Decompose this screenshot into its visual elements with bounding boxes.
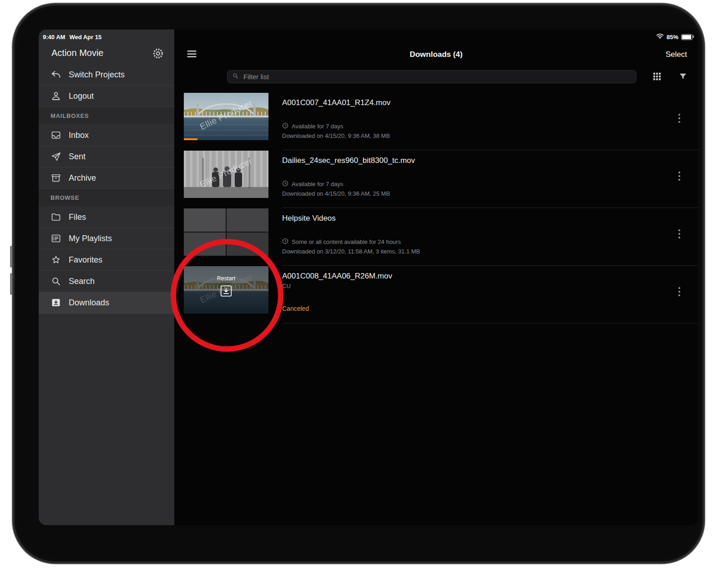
filter-input[interactable] [243,72,617,81]
download-details: Downloaded on 3/12/20, 11:58 AM, 3 items… [282,248,420,255]
grid-tile [184,233,226,256]
download-details: Downloaded on 4/15/20, 9:36 AM, 38 MB [282,132,390,139]
search-icon [51,276,61,287]
app-screen: 9:40 AM Wed Apr 15 85% Action Movie [39,30,698,525]
download-row[interactable]: Ellie Producer Restart A001C008_41AA06_R… [174,266,698,324]
grid-tile [227,233,268,256]
download-subtitle: CU [282,283,291,289]
grid-tile [184,208,226,232]
sidebar-item-favorites[interactable]: Favorites [39,249,174,271]
battery-percent: 85% [667,34,678,40]
more-options-button[interactable] [676,169,682,185]
sidebar-item-my-playlists[interactable]: My Playlists [39,228,174,249]
status-date: Wed Apr 15 [69,34,101,40]
availability-text: Some or all content available for 24 hou… [292,238,401,245]
page-title: Downloads (4) [174,50,698,59]
sidebar-item-switch-projects[interactable]: Switch Projects [39,64,174,86]
more-options-button[interactable] [676,111,682,127]
restart-download-icon[interactable] [220,285,233,299]
project-title: Action Movie [51,48,104,58]
restart-label: Restart [184,275,268,282]
download-title: A001C008_41AA06_R26M.mov [282,272,392,281]
sidebar-item-label: Files [69,213,86,222]
filter-search-icon [232,72,239,81]
sidebar-section-browse: BROWSE [39,189,174,207]
battery-icon [681,34,693,40]
download-title: Dailies_24sec_res960_bit8300_tc.mov [282,156,415,165]
video-thumbnail[interactable]: Ellie Producer [184,93,268,140]
project-title-row: Action Movie [39,44,174,64]
sidebar-item-downloads[interactable]: Downloads [39,292,174,314]
inbox-icon [51,130,61,141]
settings-gear-icon[interactable] [152,47,164,61]
availability-line: Available for 7 days [282,180,343,188]
availability-line: Some or all content available for 24 hou… [282,238,401,246]
folder-thumbnail-grid[interactable] [184,208,268,256]
clock-icon [282,238,288,246]
download-row[interactable]: Helpsite Videos Some or all content avai… [174,208,698,266]
download-row[interactable]: Ellie Producer A001C007_41AA01_R1Z4.mov … [174,92,698,150]
screenshot-stage: 9:40 AM Wed Apr 15 85% Action Movie [0,0,728,582]
star-icon [51,254,61,265]
sidebar-item-label: Logout [69,91,94,101]
grid-tile [227,208,268,232]
sidebar-item-label: Sent [69,152,86,162]
download-icon [51,297,61,308]
filter-funnel-icon[interactable] [678,72,688,83]
status-time: 9:40 AM [43,34,65,40]
sidebar-list: Switch Projects Logout MAILBOXES Inbo [39,64,174,314]
grid-view-icon[interactable] [652,71,662,83]
wifi-icon [656,33,664,40]
sidebar-item-files[interactable]: Files [39,207,174,228]
filter-bar[interactable] [227,70,637,83]
download-progress [184,138,197,140]
status-bar-left: 9:40 AM Wed Apr 15 [43,34,101,40]
status-bar-right: 85% [656,33,693,40]
row-separator [282,323,698,324]
more-options-button[interactable] [676,227,682,243]
folder-icon [51,212,61,223]
sidebar: Action Movie Switch Projects [39,30,174,525]
ipad-device-frame: 9:40 AM Wed Apr 15 85% Action Movie [12,3,705,564]
download-status: Canceled [282,305,309,312]
availability-line: Available for 7 days [282,122,343,130]
more-options-button[interactable] [676,285,682,300]
sidebar-item-label: Switch Projects [69,70,125,80]
clock-icon [282,180,288,188]
sidebar-item-archive[interactable]: Archive [39,167,174,189]
person-icon [51,91,61,101]
availability-text: Available for 7 days [292,123,343,130]
playlist-icon [51,233,61,244]
sidebar-item-label: Inbox [69,131,89,140]
switch-projects-icon [51,69,61,80]
sidebar-item-inbox[interactable]: Inbox [39,125,174,146]
download-title: Helpsite Videos [282,214,336,223]
select-button[interactable]: Select [666,50,687,59]
download-row[interactable]: Ellie Producer Dailies_24sec_res960_bit8… [174,150,698,208]
sidebar-item-logout[interactable]: Logout [39,86,174,107]
sidebar-item-label: Downloads [69,298,109,308]
download-title: A001C007_41AA01_R1Z4.mov [282,98,390,107]
sidebar-item-search[interactable]: Search [39,271,174,292]
clock-icon [282,122,288,130]
sidebar-item-label: Favorites [69,255,102,265]
sidebar-item-label: My Playlists [69,234,112,243]
archive-icon [51,172,61,183]
availability-text: Available for 7 days [292,181,343,187]
sidebar-section-mailboxes: MAILBOXES [39,107,174,125]
paper-plane-icon [51,151,61,162]
sidebar-item-label: Archive [69,173,96,183]
main-content: Downloads (4) Select [174,30,698,525]
sidebar-item-sent[interactable]: Sent [39,146,174,167]
video-thumbnail[interactable]: Ellie Producer [184,151,268,198]
download-details: Downloaded on 4/15/20, 9:36 AM, 25 MB [282,190,390,197]
video-thumbnail[interactable]: Ellie Producer Restart [184,266,268,314]
sidebar-item-label: Search [69,277,95,286]
